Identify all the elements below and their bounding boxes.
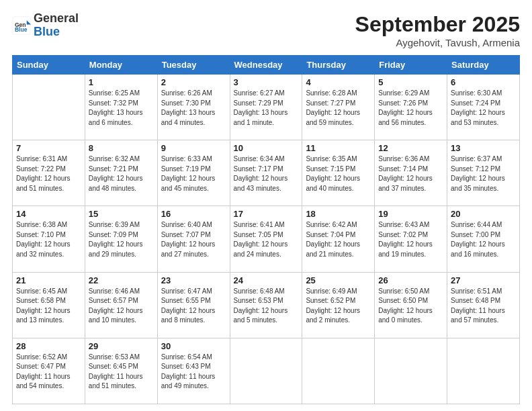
day-info: Sunrise: 6:37 AM Sunset: 7:12 PM Dayligh…: [451, 154, 516, 193]
header-row: SundayMondayTuesdayWednesdayThursdayFrid…: [13, 56, 520, 75]
day-cell: 8Sunrise: 6:32 AM Sunset: 7:21 PM Daylig…: [85, 140, 157, 206]
day-cell: 2Sunrise: 6:26 AM Sunset: 7:30 PM Daylig…: [157, 75, 230, 140]
header-cell-tuesday: Tuesday: [157, 56, 230, 75]
day-number: 21: [16, 275, 81, 285]
week-row-1: 1Sunrise: 6:25 AM Sunset: 7:32 PM Daylig…: [13, 75, 520, 140]
day-number: 12: [378, 143, 443, 153]
day-cell: 28Sunrise: 6:52 AM Sunset: 6:47 PM Dayli…: [13, 338, 85, 404]
day-number: 9: [161, 143, 226, 153]
day-info: Sunrise: 6:52 AM Sunset: 6:47 PM Dayligh…: [16, 353, 81, 392]
day-info: Sunrise: 6:28 AM Sunset: 7:27 PM Dayligh…: [306, 89, 371, 128]
day-info: Sunrise: 6:44 AM Sunset: 7:00 PM Dayligh…: [451, 220, 516, 259]
header-cell-thursday: Thursday: [302, 56, 375, 75]
day-number: 10: [234, 143, 299, 153]
day-number: 18: [306, 209, 371, 219]
day-info: Sunrise: 6:26 AM Sunset: 7:30 PM Dayligh…: [161, 89, 226, 128]
day-cell: 7Sunrise: 6:31 AM Sunset: 7:22 PM Daylig…: [13, 140, 85, 206]
page: Gen Blue General Blue September 2025 Ayg…: [0, 0, 532, 411]
day-cell: 12Sunrise: 6:36 AM Sunset: 7:14 PM Dayli…: [375, 140, 447, 206]
day-info: Sunrise: 6:50 AM Sunset: 6:50 PM Dayligh…: [378, 287, 443, 326]
week-row-4: 21Sunrise: 6:45 AM Sunset: 6:58 PM Dayli…: [13, 272, 520, 338]
day-info: Sunrise: 6:27 AM Sunset: 7:29 PM Dayligh…: [234, 89, 299, 128]
day-number: 25: [306, 275, 371, 285]
day-info: Sunrise: 6:29 AM Sunset: 7:26 PM Dayligh…: [378, 89, 443, 128]
day-info: Sunrise: 6:38 AM Sunset: 7:10 PM Dayligh…: [16, 220, 81, 259]
week-row-3: 14Sunrise: 6:38 AM Sunset: 7:10 PM Dayli…: [13, 206, 520, 272]
day-info: Sunrise: 6:53 AM Sunset: 6:45 PM Dayligh…: [89, 353, 154, 392]
day-number: 2: [161, 77, 226, 87]
day-cell: 4Sunrise: 6:28 AM Sunset: 7:27 PM Daylig…: [302, 75, 375, 140]
day-info: Sunrise: 6:36 AM Sunset: 7:14 PM Dayligh…: [378, 154, 443, 193]
day-cell: 9Sunrise: 6:33 AM Sunset: 7:19 PM Daylig…: [157, 140, 230, 206]
day-info: Sunrise: 6:39 AM Sunset: 7:09 PM Dayligh…: [89, 220, 154, 259]
header-cell-friday: Friday: [375, 56, 447, 75]
header: Gen Blue General Blue September 2025 Ayg…: [12, 12, 520, 48]
day-cell: [302, 338, 375, 404]
day-cell: 13Sunrise: 6:37 AM Sunset: 7:12 PM Dayli…: [447, 140, 520, 206]
day-cell: 21Sunrise: 6:45 AM Sunset: 6:58 PM Dayli…: [13, 272, 85, 338]
svg-text:Blue: Blue: [15, 26, 28, 33]
day-number: 30: [161, 341, 226, 351]
week-row-2: 7Sunrise: 6:31 AM Sunset: 7:22 PM Daylig…: [13, 140, 520, 206]
day-number: 3: [234, 77, 299, 87]
day-number: 28: [16, 341, 81, 351]
calendar: SundayMondayTuesdayWednesdayThursdayFrid…: [12, 55, 520, 404]
logo-text: General Blue: [34, 12, 79, 39]
day-cell: 10Sunrise: 6:34 AM Sunset: 7:17 PM Dayli…: [230, 140, 302, 206]
day-cell: 26Sunrise: 6:50 AM Sunset: 6:50 PM Dayli…: [375, 272, 447, 338]
day-cell: 16Sunrise: 6:40 AM Sunset: 7:07 PM Dayli…: [157, 206, 230, 272]
day-info: Sunrise: 6:34 AM Sunset: 7:17 PM Dayligh…: [234, 154, 299, 193]
day-number: 27: [451, 275, 516, 285]
day-info: Sunrise: 6:48 AM Sunset: 6:53 PM Dayligh…: [234, 287, 299, 326]
day-number: 15: [89, 209, 154, 219]
day-info: Sunrise: 6:30 AM Sunset: 7:24 PM Dayligh…: [451, 89, 516, 128]
day-info: Sunrise: 6:46 AM Sunset: 6:57 PM Dayligh…: [89, 287, 154, 326]
day-info: Sunrise: 6:51 AM Sunset: 6:48 PM Dayligh…: [451, 287, 516, 326]
day-number: 11: [306, 143, 371, 153]
subtitle: Aygehovit, Tavush, Armenia: [355, 37, 520, 48]
day-info: Sunrise: 6:47 AM Sunset: 6:55 PM Dayligh…: [161, 287, 226, 326]
day-number: 23: [161, 275, 226, 285]
day-number: 22: [89, 275, 154, 285]
calendar-header: SundayMondayTuesdayWednesdayThursdayFrid…: [13, 56, 520, 75]
day-cell: 18Sunrise: 6:42 AM Sunset: 7:04 PM Dayli…: [302, 206, 375, 272]
day-cell: 29Sunrise: 6:53 AM Sunset: 6:45 PM Dayli…: [85, 338, 157, 404]
day-number: 14: [16, 209, 81, 219]
week-row-5: 28Sunrise: 6:52 AM Sunset: 6:47 PM Dayli…: [13, 338, 520, 404]
header-cell-saturday: Saturday: [447, 56, 520, 75]
day-info: Sunrise: 6:33 AM Sunset: 7:19 PM Dayligh…: [161, 154, 226, 193]
day-info: Sunrise: 6:25 AM Sunset: 7:32 PM Dayligh…: [89, 89, 154, 128]
day-number: 1: [89, 77, 154, 87]
day-number: 16: [161, 209, 226, 219]
day-info: Sunrise: 6:32 AM Sunset: 7:21 PM Dayligh…: [89, 154, 154, 193]
day-cell: 3Sunrise: 6:27 AM Sunset: 7:29 PM Daylig…: [230, 75, 302, 140]
day-number: 20: [451, 209, 516, 219]
day-number: 29: [89, 341, 154, 351]
day-cell: 22Sunrise: 6:46 AM Sunset: 6:57 PM Dayli…: [85, 272, 157, 338]
day-number: 8: [89, 143, 154, 153]
day-number: 19: [378, 209, 443, 219]
day-cell: [13, 75, 85, 140]
day-number: 13: [451, 143, 516, 153]
day-info: Sunrise: 6:45 AM Sunset: 6:58 PM Dayligh…: [16, 287, 81, 326]
day-cell: 27Sunrise: 6:51 AM Sunset: 6:48 PM Dayli…: [447, 272, 520, 338]
title-block: September 2025 Aygehovit, Tavush, Armeni…: [355, 12, 520, 48]
day-cell: 14Sunrise: 6:38 AM Sunset: 7:10 PM Dayli…: [13, 206, 85, 272]
day-cell: 15Sunrise: 6:39 AM Sunset: 7:09 PM Dayli…: [85, 206, 157, 272]
day-cell: 25Sunrise: 6:49 AM Sunset: 6:52 PM Dayli…: [302, 272, 375, 338]
day-info: Sunrise: 6:54 AM Sunset: 6:43 PM Dayligh…: [161, 353, 226, 392]
day-cell: 5Sunrise: 6:29 AM Sunset: 7:26 PM Daylig…: [375, 75, 447, 140]
day-cell: 30Sunrise: 6:54 AM Sunset: 6:43 PM Dayli…: [157, 338, 230, 404]
main-title: September 2025: [355, 12, 520, 37]
day-cell: 24Sunrise: 6:48 AM Sunset: 6:53 PM Dayli…: [230, 272, 302, 338]
day-cell: [375, 338, 447, 404]
day-cell: 23Sunrise: 6:47 AM Sunset: 6:55 PM Dayli…: [157, 272, 230, 338]
day-cell: 1Sunrise: 6:25 AM Sunset: 7:32 PM Daylig…: [85, 75, 157, 140]
logo-general: General: [34, 12, 79, 26]
day-info: Sunrise: 6:41 AM Sunset: 7:05 PM Dayligh…: [234, 220, 299, 259]
day-info: Sunrise: 6:43 AM Sunset: 7:02 PM Dayligh…: [378, 220, 443, 259]
day-info: Sunrise: 6:49 AM Sunset: 6:52 PM Dayligh…: [306, 287, 371, 326]
day-cell: 20Sunrise: 6:44 AM Sunset: 7:00 PM Dayli…: [447, 206, 520, 272]
day-info: Sunrise: 6:42 AM Sunset: 7:04 PM Dayligh…: [306, 220, 371, 259]
day-number: 6: [451, 77, 516, 87]
